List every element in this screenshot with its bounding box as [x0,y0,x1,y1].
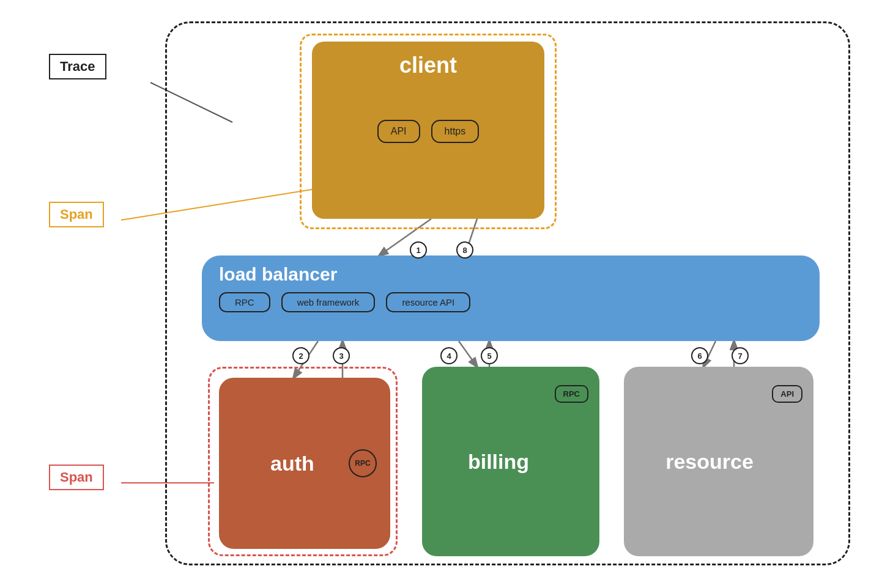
lb-resourceapi-pill: resource API [386,292,470,312]
auth-box: auth RPC [219,378,390,549]
billing-rpc-pill: RPC [555,385,588,403]
span-red-label: Span [49,465,104,490]
lb-title: load balancer [219,264,802,285]
auth-title: auth [270,452,314,476]
span-orange-label: Span [49,202,104,227]
number-4: 4 [440,347,458,364]
lb-rpc-pill: RPC [219,292,270,312]
client-api-pill: API [377,120,420,143]
number-6: 6 [691,347,708,364]
resource-box: resource API [624,367,813,556]
number-2: 2 [292,347,309,364]
client-pills: API https [377,120,479,143]
number-5: 5 [481,347,498,364]
client-title: client [399,53,457,78]
trace-label: Trace [49,54,106,79]
billing-box: billing RPC [422,367,599,556]
client-https-pill: https [431,120,480,143]
lb-pills: RPC web framework resource API [219,292,802,312]
number-7: 7 [732,347,749,364]
lb-webframework-pill: web framework [281,292,376,312]
client-box: client API https [312,42,544,219]
number-8: 8 [456,241,473,259]
auth-rpc-pill: RPC [349,449,377,477]
load-balancer-box: load balancer RPC web framework resource… [202,255,820,341]
number-3: 3 [333,347,350,364]
billing-title: billing [468,450,529,474]
resource-api-pill: API [772,385,802,403]
number-1: 1 [410,241,427,259]
resource-title: resource [665,450,754,474]
